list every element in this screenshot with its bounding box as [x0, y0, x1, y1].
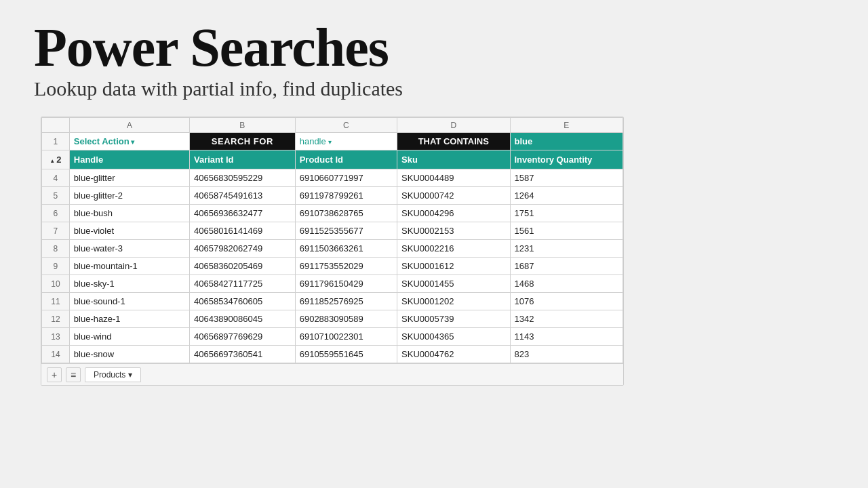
products-sheet-tab[interactable]: Products ▾ — [85, 367, 141, 382]
cell-sku: SKU0004296 — [397, 205, 510, 222]
cell-variant-id: 40658745491613 — [189, 187, 295, 205]
search-for-cell: SEARCH FOR — [189, 133, 295, 150]
cell-sku: SKU0004489 — [397, 169, 510, 187]
cell-sku: SKU0001455 — [397, 275, 510, 293]
col-a-header[interactable]: A — [69, 118, 189, 133]
cell-handle: blue-sound-1 — [69, 293, 189, 310]
cell-sku: SKU0001612 — [397, 258, 510, 275]
cell-product-id: 6911753552029 — [295, 258, 397, 275]
row-4-num: 4 — [42, 169, 70, 187]
col-e-header[interactable]: E — [510, 118, 623, 133]
row-12-num: 12 — [42, 310, 70, 328]
cell-sku: SKU0001202 — [397, 293, 510, 310]
select-action-dropdown[interactable]: Select Action — [69, 133, 189, 150]
table-row: 8blue-water-3406579820627496911503663261… — [42, 240, 623, 258]
header: Power Searches Lookup data with partial … — [34, 20, 834, 100]
cell-handle: blue-water-3 — [69, 240, 189, 258]
sheet-tab-chevron: ▾ — [128, 370, 132, 380]
data-header-row: 1 2 Handle Variant Id Product Id Sku Inv… — [42, 150, 623, 169]
sort-up-icon — [50, 155, 55, 165]
table-row: 10blue-sky-1406584271177256911796150429S… — [42, 275, 623, 293]
cell-qty: 1561 — [510, 222, 623, 240]
cell-sku: SKU0002153 — [397, 222, 510, 240]
cell-handle: blue-haze-1 — [69, 310, 189, 328]
sub-title: Lookup data with partial info, find dupl… — [34, 77, 834, 100]
cell-handle: blue-sky-1 — [69, 275, 189, 293]
table-row: 4blue-glitter406568305952296910660771997… — [42, 169, 623, 187]
blue-cell[interactable]: blue — [510, 133, 623, 150]
table-row: 7blue-violet406580161414696911525355677S… — [42, 222, 623, 240]
cell-product-id: 6910738628765 — [295, 205, 397, 222]
cell-handle: blue-bush — [69, 205, 189, 222]
cell-handle: blue-snow — [69, 346, 189, 363]
row-1-num: 1 — [42, 133, 70, 150]
cell-variant-id: 40658427117725 — [189, 275, 295, 293]
table-row: 12blue-haze-1406438900860456902883090589… — [42, 310, 623, 328]
cell-handle: blue-mountain-1 — [69, 258, 189, 275]
cell-qty: 1231 — [510, 240, 623, 258]
row-6-num: 6 — [42, 205, 70, 222]
col-d-header[interactable]: D — [397, 118, 510, 133]
col-handle-header[interactable]: Handle — [69, 150, 189, 169]
table-row: 13blue-wind406568977696296910710022301SK… — [42, 328, 623, 346]
cell-handle: blue-glitter-2 — [69, 187, 189, 205]
cell-handle: blue-glitter — [69, 169, 189, 187]
cell-sku: SKU0004762 — [397, 346, 510, 363]
row-11-num: 11 — [42, 293, 70, 310]
cell-variant-id: 40656897769629 — [189, 328, 295, 346]
col-corner — [42, 118, 70, 133]
col-sku-header[interactable]: Sku — [397, 150, 510, 169]
row-10-num: 10 — [42, 275, 70, 293]
add-sheet-button[interactable]: + — [47, 367, 62, 382]
col-variant-id-header[interactable]: Variant Id — [189, 150, 295, 169]
cell-qty: 1468 — [510, 275, 623, 293]
col-c-header[interactable]: C — [295, 118, 397, 133]
spreadsheet-container: A B C D E 1 Select Action SEARCH FOR han… — [41, 117, 624, 386]
action-row: 1 Select Action SEARCH FOR handle THAT C… — [42, 133, 623, 150]
cell-qty: 823 — [510, 346, 623, 363]
cell-variant-id: 40658016141469 — [189, 222, 295, 240]
col-product-id-header[interactable]: Product Id — [295, 150, 397, 169]
cell-product-id: 6902883090589 — [295, 310, 397, 328]
bottom-bar: + ≡ Products ▾ — [41, 363, 623, 385]
col-qty-header[interactable]: Inventory Quantity — [510, 150, 623, 169]
row-8-num: 8 — [42, 240, 70, 258]
cell-sku: SKU0000742 — [397, 187, 510, 205]
row-14-num: 14 — [42, 346, 70, 363]
list-sheets-button[interactable]: ≡ — [66, 367, 81, 382]
handle-dropdown[interactable]: handle — [295, 133, 397, 150]
cell-qty: 1587 — [510, 169, 623, 187]
cell-variant-id: 40643890086045 — [189, 310, 295, 328]
cell-qty: 1076 — [510, 293, 623, 310]
cell-qty: 1342 — [510, 310, 623, 328]
cell-qty: 1751 — [510, 205, 623, 222]
cell-sku: SKU0004365 — [397, 328, 510, 346]
cell-sku: SKU0005739 — [397, 310, 510, 328]
cell-variant-id: 40656936632477 — [189, 205, 295, 222]
table-row: 9blue-mountain-1406583602054696911753552… — [42, 258, 623, 275]
cell-variant-id: 40656830595229 — [189, 169, 295, 187]
cell-variant-id: 40656697360541 — [189, 346, 295, 363]
table-row: 5blue-glitter-24065874549161369119787992… — [42, 187, 623, 205]
cell-product-id: 6911978799261 — [295, 187, 397, 205]
cell-qty: 1264 — [510, 187, 623, 205]
cell-product-id: 6910710022301 — [295, 328, 397, 346]
cell-product-id: 6910660771997 — [295, 169, 397, 187]
cell-variant-id: 40658534760605 — [189, 293, 295, 310]
sheet-tab-label: Products — [94, 370, 125, 380]
cell-product-id: 6911525355677 — [295, 222, 397, 240]
page: Power Searches Lookup data with partial … — [0, 0, 868, 488]
row-5-num: 5 — [42, 187, 70, 205]
col-letters-row: A B C D E — [42, 118, 623, 133]
row-9-num: 9 — [42, 258, 70, 275]
cell-qty: 1687 — [510, 258, 623, 275]
cell-variant-id: 40658360205469 — [189, 258, 295, 275]
col-b-header[interactable]: B — [189, 118, 295, 133]
main-title: Power Searches — [34, 20, 834, 75]
row-2-num: 1 2 — [42, 150, 70, 169]
table-row: 14blue-snow406566973605416910559551645SK… — [42, 346, 623, 363]
spreadsheet: A B C D E 1 Select Action SEARCH FOR han… — [41, 117, 623, 363]
row-7-num: 7 — [42, 222, 70, 240]
cell-variant-id: 40657982062749 — [189, 240, 295, 258]
cell-product-id: 6911852576925 — [295, 293, 397, 310]
